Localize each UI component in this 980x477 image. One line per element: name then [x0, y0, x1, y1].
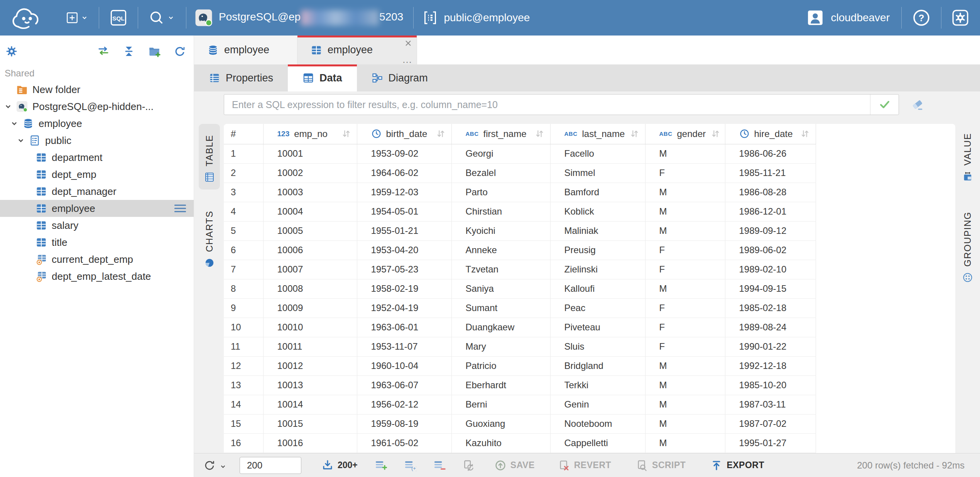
panel-tab-value[interactable]: VALUE: [957, 124, 978, 189]
data-cell[interactable]: 1989-06-02: [725, 240, 816, 260]
column-header-rownum[interactable]: #: [224, 124, 263, 144]
data-cell[interactable]: 1964-06-02: [357, 163, 451, 183]
data-cell[interactable]: F: [645, 260, 725, 279]
row-number-cell[interactable]: 15: [224, 414, 263, 433]
apply-filter-button[interactable]: [870, 95, 899, 115]
data-cell[interactable]: M: [645, 221, 725, 240]
data-cell[interactable]: Saniya: [451, 279, 550, 298]
data-cell[interactable]: Patricio: [451, 356, 550, 376]
data-grid[interactable]: #123emp_nobirth_dateABCfirst_nameABClast…: [224, 124, 955, 453]
fetch-more-button[interactable]: 200+: [321, 459, 358, 472]
data-cell[interactable]: 10001: [263, 144, 357, 163]
data-cell[interactable]: Chirstian: [451, 202, 550, 221]
data-cell[interactable]: F: [645, 240, 725, 260]
data-cell[interactable]: 1955-01-21: [357, 221, 451, 240]
data-cell[interactable]: 10009: [263, 298, 357, 318]
data-cell[interactable]: Tzvetan: [451, 260, 550, 279]
data-cell[interactable]: 1986-06-26: [725, 144, 816, 163]
data-cell[interactable]: 10002: [263, 163, 357, 183]
row-number-cell[interactable]: 4: [224, 202, 263, 221]
tab-properties[interactable]: Properties: [194, 64, 288, 91]
data-cell[interactable]: 1953-09-02: [357, 144, 451, 163]
data-cell[interactable]: Nooteboom: [550, 414, 645, 433]
data-cell[interactable]: F: [645, 298, 725, 318]
data-cell[interactable]: 10016: [263, 433, 357, 453]
data-cell[interactable]: Terkki: [550, 376, 645, 395]
data-cell[interactable]: M: [645, 414, 725, 433]
data-cell[interactable]: 1989-09-12: [725, 221, 816, 240]
data-cell[interactable]: 1992-12-18: [725, 356, 816, 376]
tree-item-department[interactable]: department: [0, 149, 194, 166]
row-number-cell[interactable]: 7: [224, 260, 263, 279]
data-cell[interactable]: 1995-01-27: [725, 433, 816, 453]
search-button[interactable]: [148, 9, 174, 26]
data-cell[interactable]: M: [645, 144, 725, 163]
data-cell[interactable]: Bezalel: [451, 163, 550, 183]
data-cell[interactable]: F: [645, 337, 725, 356]
row-number-cell[interactable]: 6: [224, 240, 263, 260]
settings-button[interactable]: [951, 9, 969, 27]
export-button[interactable]: EXPORT: [710, 459, 764, 472]
data-cell[interactable]: Berni: [451, 395, 550, 414]
data-cell[interactable]: 10006: [263, 240, 357, 260]
new-folder-icon[interactable]: [148, 45, 161, 58]
sort-icon[interactable]: [800, 129, 810, 139]
tree-item-salary[interactable]: salary: [0, 217, 194, 234]
sql-filter-input[interactable]: [224, 95, 870, 115]
tree-item-dept-emp-latest-date[interactable]: dept_emp_latest_date: [0, 268, 194, 285]
column-header-birth-date[interactable]: birth_date: [357, 124, 451, 144]
panel-tab-table[interactable]: TABLE: [199, 124, 220, 189]
data-cell[interactable]: M: [645, 376, 725, 395]
chevron-down-icon[interactable]: [16, 135, 29, 145]
data-cell[interactable]: 10012: [263, 356, 357, 376]
row-number-cell[interactable]: 2: [224, 163, 263, 183]
sort-icon[interactable]: [629, 129, 640, 139]
column-header-hire-date[interactable]: hire_date: [725, 124, 816, 144]
tab-employee-0[interactable]: employee: [194, 36, 297, 64]
data-cell[interactable]: Georgi: [451, 144, 550, 163]
tab-diagram[interactable]: Diagram: [357, 64, 443, 91]
tree-item-employee[interactable]: employee: [0, 200, 194, 217]
data-cell[interactable]: M: [645, 395, 725, 414]
data-cell[interactable]: F: [645, 163, 725, 183]
data-cell[interactable]: 10011: [263, 337, 357, 356]
data-cell[interactable]: 1959-12-03: [357, 183, 451, 202]
data-cell[interactable]: 1987-03-11: [725, 395, 816, 414]
tab-overflow-icon[interactable]: ...: [402, 55, 412, 64]
data-cell[interactable]: Kalloufi: [550, 279, 645, 298]
save-button[interactable]: SAVE: [494, 459, 535, 472]
data-cell[interactable]: 10010: [263, 318, 357, 337]
tree-item-dept-emp[interactable]: dept_emp: [0, 166, 194, 183]
chevron-down-icon[interactable]: [3, 101, 16, 112]
data-cell[interactable]: 1953-04-20: [357, 240, 451, 260]
data-cell[interactable]: 1986-08-28: [725, 183, 816, 202]
row-number-cell[interactable]: 12: [224, 356, 263, 376]
data-cell[interactable]: Simmel: [550, 163, 645, 183]
tree-item-public[interactable]: public: [0, 132, 194, 149]
tree-item-dept-manager[interactable]: dept_manager: [0, 183, 194, 200]
tab-data[interactable]: Data: [288, 64, 357, 91]
data-cell[interactable]: 1994-09-15: [725, 279, 816, 298]
item-menu-icon[interactable]: [173, 203, 188, 214]
tab-employee-1[interactable]: employee...: [297, 36, 417, 64]
data-cell[interactable]: 1985-11-21: [725, 163, 816, 183]
refresh-icon[interactable]: [174, 45, 186, 58]
data-cell[interactable]: M: [645, 356, 725, 376]
data-cell[interactable]: 10014: [263, 395, 357, 414]
row-number-cell[interactable]: 9: [224, 298, 263, 318]
data-cell[interactable]: 1989-02-10: [725, 260, 816, 279]
data-cell[interactable]: Anneke: [451, 240, 550, 260]
row-number-cell[interactable]: 10: [224, 318, 263, 337]
sort-icon[interactable]: [534, 129, 545, 139]
chevron-down-icon[interactable]: [9, 118, 22, 129]
data-cell[interactable]: Preusig: [550, 240, 645, 260]
data-cell[interactable]: Bridgland: [550, 356, 645, 376]
user-menu[interactable]: cloudbeaver: [807, 9, 890, 26]
sort-icon[interactable]: [436, 129, 446, 139]
tree-item-employee[interactable]: employee: [0, 115, 194, 132]
schema-selector[interactable]: public@employee: [422, 10, 530, 26]
add-row-button[interactable]: [375, 459, 387, 472]
data-cell[interactable]: Koblick: [550, 202, 645, 221]
data-cell[interactable]: Genin: [550, 395, 645, 414]
sort-icon[interactable]: [710, 129, 721, 139]
